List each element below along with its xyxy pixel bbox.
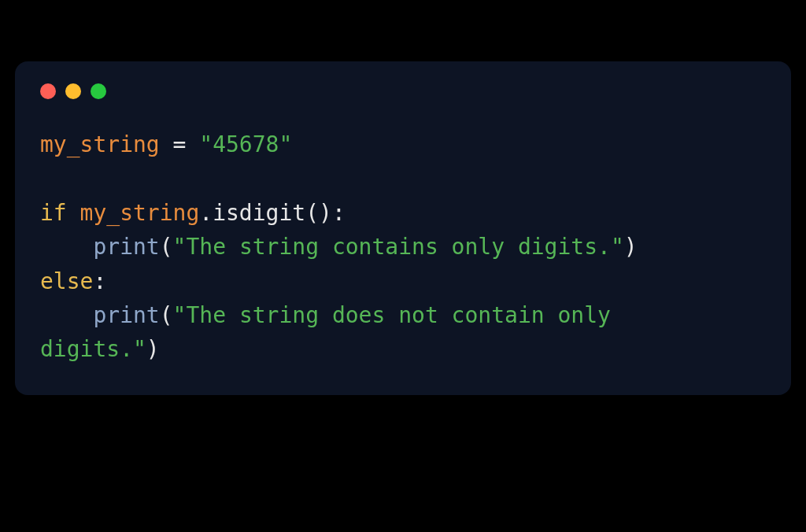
string-literal: "45678"	[199, 131, 292, 157]
colon: :	[93, 268, 106, 294]
window-controls	[40, 83, 766, 99]
string-literal: "The string does not contain only	[173, 302, 624, 328]
minimize-icon[interactable]	[65, 83, 81, 99]
code-window: my_string = "45678" if my_string.isdigit…	[15, 61, 791, 395]
keyword-if: if	[40, 200, 67, 226]
assign-operator: =	[160, 131, 200, 157]
function-print: print	[93, 302, 159, 328]
method-name: isdigit	[213, 200, 305, 226]
variable-name: my_string	[40, 131, 160, 157]
string-literal: "The string contains only digits."	[173, 234, 624, 260]
indent	[40, 234, 93, 260]
space	[67, 200, 80, 226]
keyword-else: else	[40, 268, 93, 294]
string-literal: digits."	[40, 336, 146, 362]
close-paren: )	[624, 234, 638, 260]
open-paren: (	[160, 234, 173, 260]
maximize-icon[interactable]	[91, 83, 106, 99]
code-block: my_string = "45678" if my_string.isdigit…	[40, 127, 766, 367]
close-icon[interactable]	[40, 83, 56, 99]
variable-name: my_string	[80, 200, 200, 226]
function-print: print	[93, 234, 159, 260]
dot-operator: .	[199, 200, 213, 226]
open-paren: (	[160, 302, 173, 328]
indent	[40, 302, 93, 328]
parentheses: ()	[305, 200, 332, 226]
close-paren: )	[146, 336, 160, 362]
colon: :	[332, 200, 346, 226]
